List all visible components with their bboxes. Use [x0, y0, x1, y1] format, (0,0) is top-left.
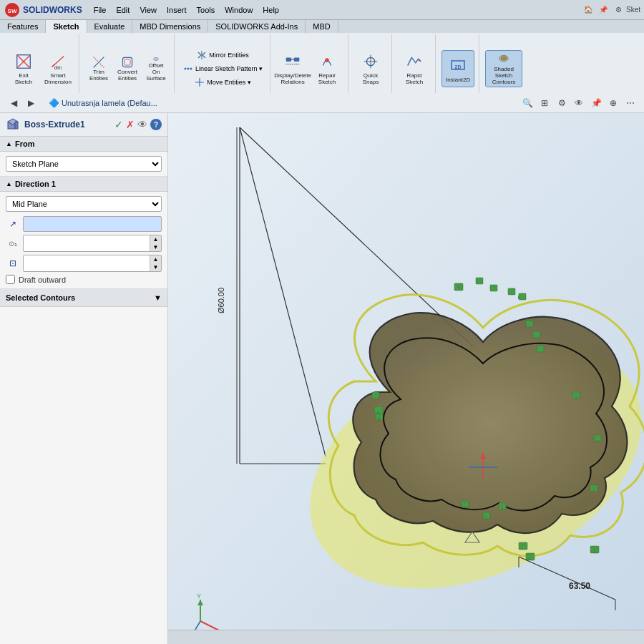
svg-rect-44 [476, 278, 483, 284]
selected-contours-label: Selected Contours [6, 293, 75, 302]
eye-icon[interactable]: 👁 [571, 95, 587, 111]
depth-decrement-button[interactable]: ▼ [150, 243, 161, 251]
expand-icon[interactable]: ⊕ [605, 95, 621, 111]
svg-text:1: 1 [522, 544, 525, 550]
menu-tools[interactable]: Tools [192, 4, 220, 16]
draft-outward-checkbox[interactable] [6, 275, 15, 284]
statusbar [168, 630, 644, 644]
direction1-text-input[interactable] [23, 216, 162, 232]
pin-icon[interactable]: 📌 [588, 95, 604, 111]
offset-on-surface-button[interactable]: OffsetOnSurface [142, 55, 170, 82]
second-increment-button[interactable]: ▲ [150, 255, 161, 263]
svg-text:2: 2 [593, 547, 597, 554]
draft-outward-row: Draft outward [6, 275, 162, 284]
depth-input[interactable]: 8.00mm [24, 235, 150, 251]
ribbon-group-rapid-buttons: RapidSketch [398, 36, 431, 102]
tab-mbd-dimensions[interactable]: MBD Dimensions [132, 20, 208, 33]
svg-point-30 [501, 57, 506, 60]
depth-increment-button[interactable]: ▲ [150, 235, 161, 243]
flip-direction-icon[interactable]: ↗ [6, 217, 20, 231]
svg-text:1: 1 [464, 502, 467, 507]
shaded-sketch-contours-button[interactable]: ShadedSketchContours [485, 50, 522, 87]
linear-sketch-pattern-button[interactable]: Linear Sketch Pattern ▾ [180, 62, 265, 75]
preview-button[interactable]: 👁 [137, 119, 147, 130]
menu-view[interactable]: View [135, 4, 161, 16]
tree-item-label: Unutrasnja lamela (Defau... [62, 99, 157, 107]
help-icon[interactable]: ? [150, 119, 162, 130]
convert-entities-button[interactable]: ConvertEntities [114, 55, 141, 82]
svg-text:2D: 2D [455, 64, 462, 69]
svg-rect-50 [533, 331, 540, 338]
exit-sketch-button[interactable]: ExitSketch [7, 50, 40, 87]
boss-actions: ✓ ✗ 👁 ? [114, 119, 162, 130]
settings-icon[interactable]: ⚙ [554, 95, 570, 111]
svg-rect-66 [372, 392, 379, 399]
svg-text:0: 0 [485, 514, 488, 519]
tab-mbd[interactable]: MBD [306, 20, 338, 33]
pin-icon[interactable]: 📌 [597, 4, 610, 16]
tree-right-icons: 🔍 ⊞ ⚙ 👁 📌 ⊕ ⋯ [519, 95, 638, 111]
search-icon[interactable]: 🔍 [519, 95, 535, 111]
svg-text:1: 1 [596, 436, 599, 441]
svg-point-15 [185, 68, 187, 70]
second-decrement-button[interactable]: ▼ [150, 263, 161, 271]
selected-contours-header[interactable]: Selected Contours ▼ [0, 289, 167, 307]
second-input[interactable] [24, 255, 150, 271]
svg-text:Y: Y [197, 592, 201, 600]
from-section-content: Sketch Plane [0, 152, 167, 177]
svg-rect-49 [526, 321, 533, 327]
svg-text:3: 3 [575, 394, 577, 399]
direction1-label: Direction 1 [15, 180, 56, 188]
confirm-button[interactable]: ✓ [114, 119, 123, 130]
draft-outward-label: Draft outward [19, 275, 66, 284]
direction1-arrow: ▲ [6, 180, 12, 187]
svg-rect-10 [122, 57, 132, 67]
filter-icon[interactable]: ⊞ [537, 95, 552, 111]
tree-item-lamela[interactable]: 🔷 Unutrasnja lamela (Defau... [49, 98, 157, 108]
viewport-svg: Ø60.00 6 0 3 1 3 [168, 113, 644, 644]
selected-contours-arrow: ▼ [154, 293, 162, 302]
svg-rect-51 [537, 346, 544, 352]
mirror-entities-button[interactable]: Mirror Entities [194, 49, 252, 62]
linear-pattern-icon [183, 64, 193, 74]
tab-evaluate[interactable]: Evaluate [87, 20, 133, 33]
tree-forward-button[interactable]: ▶ [23, 95, 39, 111]
svg-text:2: 2 [378, 415, 381, 420]
ribbon-group-mirror-buttons: Mirror Entities Linear Sketch Pattern ▾ … [180, 36, 265, 102]
menu-window[interactable]: Window [220, 4, 257, 16]
rapid-sketch-button[interactable]: RapidSketch [398, 50, 431, 87]
second-spinner-buttons: ▲ ▼ [150, 255, 161, 271]
ribbon-group-exit-buttons: ExitSketch dim SmartDimension [7, 36, 74, 102]
move-entities-button[interactable]: Move Entities ▾ [192, 76, 254, 89]
quick-snaps-button[interactable]: QuickSnaps [354, 50, 387, 87]
menu-insert[interactable]: Insert [162, 4, 191, 16]
menu-file[interactable]: File [89, 4, 111, 16]
tab-features[interactable]: Features [0, 20, 46, 33]
home-icon[interactable]: 🏠 [582, 4, 595, 16]
svg-text:3: 3 [501, 504, 504, 509]
svg-rect-19 [294, 57, 299, 62]
smart-dimension-button[interactable]: dim SmartDimension [42, 50, 74, 87]
from-section-header[interactable]: ▲ From [0, 137, 167, 152]
menu-bar: File Edit View Insert Tools Window Help [89, 4, 283, 16]
svg-text:SW: SW [8, 8, 17, 14]
from-section-label: From [15, 140, 35, 148]
trim-entities-button[interactable]: TrimEntities [85, 55, 112, 82]
repair-sketch-button[interactable]: RepairSketch [311, 50, 343, 87]
tree-back-button[interactable]: ◀ [6, 95, 21, 111]
display-delete-relations-button[interactable]: Display/DeleteRelations [276, 50, 309, 87]
direction1-dropdown[interactable]: Mid Plane [6, 196, 162, 212]
more-icon[interactable]: ⋯ [623, 95, 638, 111]
cancel-button[interactable]: ✗ [126, 119, 135, 130]
ribbon-group-shaded-buttons: ShadedSketchContours [485, 36, 522, 102]
from-dropdown[interactable]: Sketch Plane [6, 156, 162, 172]
tab-sketch[interactable]: Sketch [46, 20, 87, 33]
menu-edit[interactable]: Edit [112, 4, 134, 16]
viewport: Ø60.00 6 0 3 1 3 [168, 113, 644, 644]
direction1-section-header[interactable]: ▲ Direction 1 [0, 177, 167, 192]
settings-icon[interactable]: ⚙ [612, 4, 625, 16]
menu-help[interactable]: Help [258, 4, 283, 16]
tab-addins[interactable]: SOLIDWORKS Add-Ins [208, 20, 306, 33]
instant2d-button[interactable]: 2D Instant2D [441, 50, 474, 87]
mirror-icon [197, 50, 207, 60]
